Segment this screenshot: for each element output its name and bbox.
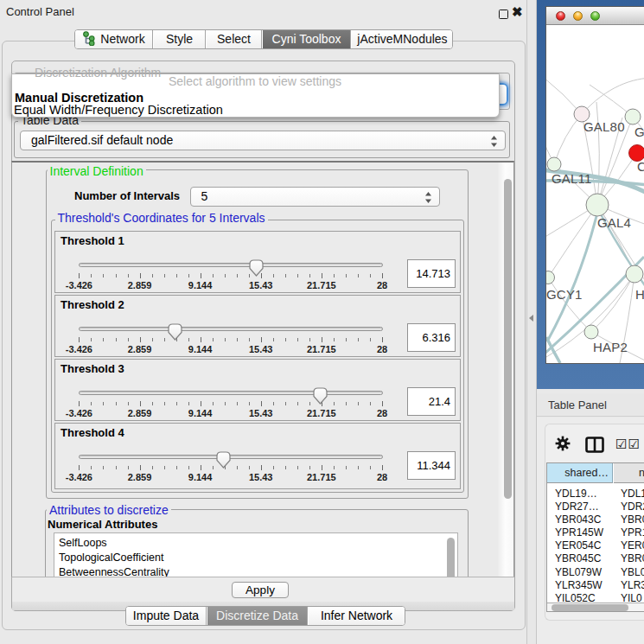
svg-text:GCY1: GCY1 <box>546 287 583 302</box>
svg-text:G: G <box>634 124 644 139</box>
svg-text:C: C <box>637 159 644 174</box>
svg-text:H: H <box>635 287 644 302</box>
svg-text:GAL4: GAL4 <box>597 215 631 230</box>
svg-text:HAP2: HAP2 <box>593 340 628 354</box>
svg-text:GAL11: GAL11 <box>552 171 592 186</box>
svg-text:GAL80: GAL80 <box>583 119 625 134</box>
